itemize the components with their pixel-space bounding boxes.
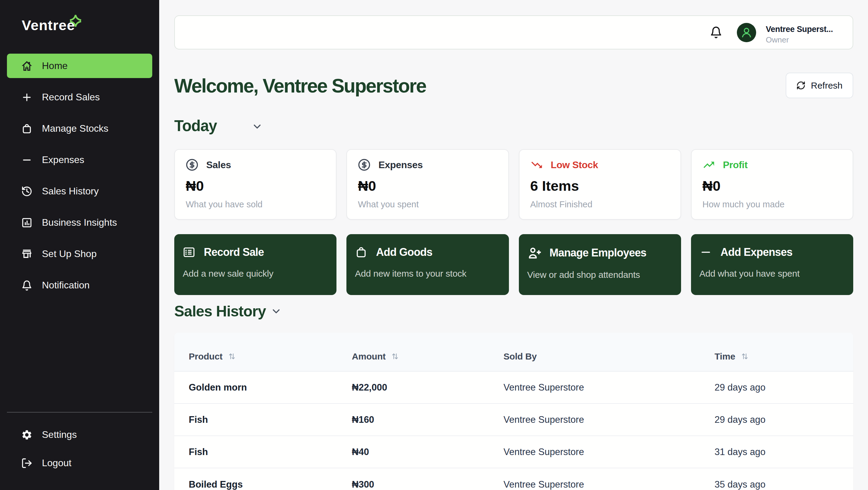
sort-icon[interactable] [741,352,749,360]
period-selector[interactable]: Today [174,118,217,133]
stat-desc: Almost Finished [530,199,670,209]
action-title: Manage Employees [550,247,646,259]
cell-time: 31 days ago [715,447,853,457]
column-header-product[interactable]: Product [189,351,352,362]
table-row[interactable]: Boiled Eggs ₦300 Ventree Superstore 35 d… [174,468,853,490]
topbar[interactable]: Ventree Superst... Owner [174,15,853,50]
action-desc: Add what you have spent [700,268,845,279]
cell-sold-by: Ventree Superstore [503,479,715,490]
user-icon [741,27,752,39]
stat-desc: What you have sold [186,199,325,209]
action-desc: Add new items to your stock [355,268,500,279]
cell-amount: ₦300 [352,479,503,490]
column-header-time[interactable]: Time [715,351,853,362]
minus-icon [21,154,33,166]
log-out-icon [21,457,33,469]
sidebar-item-label: Notification [42,280,90,291]
sidebar-item-notification[interactable]: Notification [7,273,152,297]
stat-card-sales[interactable]: Sales ₦0 What you have sold [174,149,337,220]
sidebar-divider [7,412,152,413]
column-label: Time [715,351,735,362]
sidebar-item-label: Home [42,60,67,71]
circle-dollar-icon [358,159,371,171]
sort-icon[interactable] [228,352,236,360]
refresh-button[interactable]: Refresh [786,73,853,98]
sidebar-item-label: Expenses [42,154,85,165]
action-head: Add Expenses [700,246,845,259]
stat-desc: How much you made [703,199,842,209]
sidebar-item-sales-history[interactable]: Sales History [7,179,152,203]
action-head: Manage Employees [527,246,673,260]
add-goods-card[interactable]: Add Goods Add new items to your stock [346,234,508,295]
cell-amount: ₦22,000 [352,382,503,393]
home-icon [21,60,33,72]
record-sale-card[interactable]: Record Sale Add a new sale quickly [174,234,337,295]
sales-history-heading[interactable]: Sales History [174,304,266,319]
column-header-sold-by[interactable]: Sold By [503,351,715,362]
action-cards: Record Sale Add a new sale quickly Add G… [174,234,853,295]
sidebar-item-expenses[interactable]: Expenses [7,148,152,172]
stat-card-expenses[interactable]: Expenses ₦0 What you spent [346,149,508,220]
plus-icon [21,92,33,103]
history-icon [21,186,33,197]
stat-label: Low Stock [551,159,598,170]
sparkle-icon [69,13,82,28]
action-title: Record Sale [204,246,264,259]
stat-label: Sales [206,159,231,170]
sidebar: Ventree Home [0,0,159,490]
cell-sold-by: Ventree Superstore [503,414,715,425]
table-row[interactable]: Golden morn ₦22,000 Ventree Superstore 2… [174,371,853,404]
cell-amount: ₦40 [352,447,503,457]
stat-label: Profit [723,159,748,170]
sidebar-item-logout[interactable]: Logout [7,451,152,475]
cell-product: Golden morn [189,382,352,393]
chevron-down-icon[interactable] [271,305,282,317]
column-label: Amount [352,351,385,362]
sidebar-item-label: Record Sales [42,92,100,103]
sort-icon[interactable] [391,352,399,360]
sales-history-label: Sales History [174,303,266,320]
sidebar-item-set-up-shop[interactable]: Set Up Shop [7,242,152,266]
sidebar-item-business-insights[interactable]: Business Insights [7,210,152,235]
refresh-label: Refresh [811,80,842,91]
table-row[interactable]: Fish ₦40 Ventree Superstore 31 days ago [174,436,853,468]
cell-sold-by: Ventree Superstore [503,382,715,393]
cell-time: 29 days ago [715,414,853,425]
notification-bell-icon[interactable] [709,25,723,40]
stat-card-low-stock[interactable]: Low Stock 6 Items Almost Finished [519,149,681,220]
sidebar-item-label: Settings [42,429,77,440]
user-plus-icon [527,246,541,260]
cell-product: Fish [189,447,352,457]
user-info: Ventree Superst... Owner [766,24,833,44]
stat-value: ₦0 [186,179,325,193]
action-desc: View or add shop attendants [527,270,673,280]
stat-head: Profit [703,159,842,171]
stat-desc: What you spent [358,199,497,209]
sidebar-item-record-sales[interactable]: Record Sales [7,85,152,109]
action-head: Add Goods [355,246,500,259]
chevron-down-icon[interactable] [251,121,263,132]
stat-head: Expenses [358,159,497,171]
table-header: Product Amount Sold By [174,333,853,371]
avatar[interactable] [737,23,756,42]
stat-value: ₦0 [358,179,497,193]
sidebar-item-label: Sales History [42,186,99,197]
sidebar-item-label: Manage Stocks [42,123,108,134]
user-role: Owner [766,35,833,44]
period-label: Today [174,117,217,134]
cell-time: 29 days ago [715,382,853,393]
column-label: Sold By [503,351,537,362]
stat-card-profit[interactable]: Profit ₦0 How much you made [691,149,853,220]
sidebar-item-home[interactable]: Home [7,54,152,78]
table-row[interactable]: Fish ₦160 Ventree Superstore 29 days ago [174,404,853,436]
add-expenses-card[interactable]: Add Expenses Add what you have spent [691,234,853,295]
brand-name: Ventree [22,17,75,33]
cell-amount: ₦160 [352,414,503,425]
shopping-bag-icon [355,246,368,259]
manage-employees-card[interactable]: Manage Employees View or add shop attend… [519,234,681,295]
column-header-amount[interactable]: Amount [352,351,503,362]
cell-time: 35 days ago [715,479,853,490]
sidebar-item-settings[interactable]: Settings [7,423,152,447]
minus-icon [700,246,712,259]
sidebar-item-manage-stocks[interactable]: Manage Stocks [7,116,152,141]
